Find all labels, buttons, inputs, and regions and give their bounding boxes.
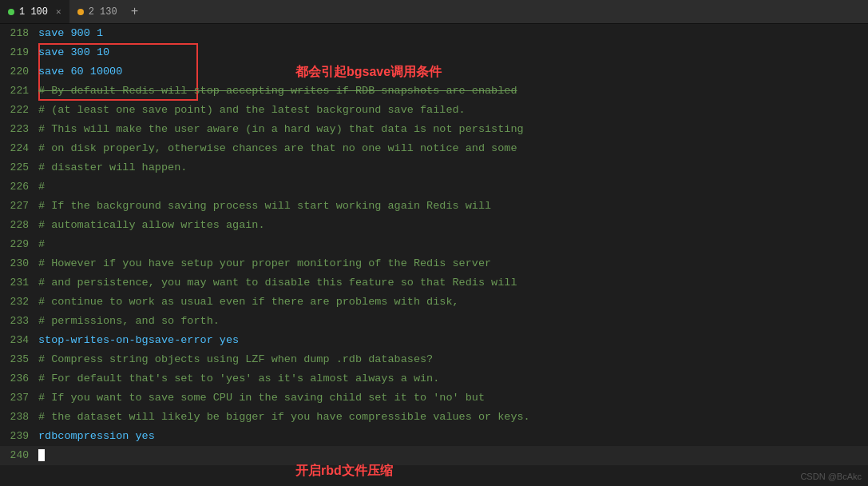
cursor <box>38 449 45 461</box>
line-number-237: 237 <box>0 388 38 408</box>
tab-1-dot <box>8 9 14 15</box>
annotation-bottom: 开启rbd文件压缩 <box>295 463 393 480</box>
tab-2-label: 2 130 <box>89 6 117 18</box>
line-number-222: 222 <box>0 101 38 120</box>
code-line-231: 231# and persistence, you may want to di… <box>0 273 868 293</box>
tab-add-icon: + <box>131 5 139 19</box>
code-line-230: 230# However if you have setup your prop… <box>0 254 868 273</box>
code-line-232: 232# continue to work as usual even if t… <box>0 293 868 312</box>
line-number-223: 223 <box>0 120 38 139</box>
tab-2-dot <box>77 9 84 15</box>
line-content-221: # By default Redis will stop accepting w… <box>38 82 868 101</box>
line-number-228: 228 <box>0 216 38 235</box>
tab-bar: 1 100 ✕ 2 130 + <box>0 0 868 24</box>
line-content-232: # continue to work as usual even if ther… <box>38 293 868 312</box>
line-number-226: 226 <box>0 177 38 197</box>
line-content-225: # disaster will happen. <box>38 158 868 177</box>
tab-1-label: 1 100 <box>19 6 48 18</box>
code-line-221: 221# By default Redis will stop acceptin… <box>0 82 868 101</box>
line-content-237: # If you want to save some CPU in the sa… <box>38 388 868 408</box>
code-area: 都会引起bgsave调用条件 218save 900 1219save 300 … <box>0 24 868 486</box>
line-content-238: # the dataset will likely be bigger if y… <box>38 408 868 427</box>
line-number-221: 221 <box>0 82 38 101</box>
line-content-223: # This will make the user aware (in a ha… <box>38 120 868 139</box>
line-content-227: # If the background saving process will … <box>38 197 868 216</box>
line-content-230: # However if you have setup your proper … <box>38 254 868 273</box>
code-line-227: 227# If the background saving process wi… <box>0 197 868 216</box>
code-line-236: 236# For default that's set to 'yes' as … <box>0 369 868 388</box>
line-number-220: 220 <box>0 62 38 82</box>
code-line-235: 235# Compress string objects using LZF w… <box>0 350 868 369</box>
lines-container: 218save 900 1219save 300 10220save 60 10… <box>0 24 868 465</box>
line-content-226: # <box>38 177 868 197</box>
code-line-237: 237# If you want to save some CPU in the… <box>0 388 868 408</box>
code-line-240: 240 <box>0 446 868 465</box>
line-number-232: 232 <box>0 293 38 312</box>
code-line-226: 226# <box>0 177 868 197</box>
line-content-222: # (at least one save point) and the late… <box>38 101 868 120</box>
watermark: CSDN @BcAkc <box>800 472 862 481</box>
line-number-230: 230 <box>0 254 38 273</box>
code-line-239: 239rdbcompression yes <box>0 427 868 446</box>
line-content-240 <box>38 446 868 465</box>
line-number-225: 225 <box>0 158 38 177</box>
line-number-239: 239 <box>0 427 38 446</box>
code-line-219: 219save 300 10 <box>0 43 868 62</box>
line-content-218: save 900 1 <box>38 24 868 43</box>
line-content-231: # and persistence, you may want to disab… <box>38 273 868 293</box>
line-content-228: # automatically allow writes again. <box>38 216 868 235</box>
code-line-234: 234stop-writes-on-bgsave-error yes <box>0 331 868 350</box>
tab-2[interactable]: 2 130 <box>69 0 125 23</box>
code-line-223: 223# This will make the user aware (in a… <box>0 120 868 139</box>
code-line-218: 218save 900 1 <box>0 24 868 43</box>
line-number-238: 238 <box>0 408 38 427</box>
line-content-239: rdbcompression yes <box>38 427 868 446</box>
tab-add-button[interactable]: + <box>125 0 145 23</box>
line-number-236: 236 <box>0 369 38 388</box>
tab-1[interactable]: 1 100 ✕ <box>0 0 69 23</box>
code-line-229: 229# <box>0 235 868 254</box>
code-line-228: 228# automatically allow writes again. <box>0 216 868 235</box>
code-line-225: 225# disaster will happen. <box>0 158 868 177</box>
line-content-220: save 60 10000 <box>38 62 868 82</box>
code-line-238: 238# the dataset will likely be bigger i… <box>0 408 868 427</box>
line-number-227: 227 <box>0 197 38 216</box>
line-number-218: 218 <box>0 24 38 43</box>
tab-1-close[interactable]: ✕ <box>56 6 61 17</box>
code-line-224: 224# on disk properly, otherwise chances… <box>0 139 868 158</box>
code-line-222: 222# (at least one save point) and the l… <box>0 101 868 120</box>
line-content-234: stop-writes-on-bgsave-error yes <box>38 331 868 350</box>
line-content-235: # Compress string objects using LZF when… <box>38 350 868 369</box>
line-number-224: 224 <box>0 139 38 158</box>
line-content-224: # on disk properly, otherwise chances ar… <box>38 139 868 158</box>
line-content-233: # permissions, and so forth. <box>38 312 868 331</box>
line-number-235: 235 <box>0 350 38 369</box>
code-line-220: 220save 60 10000 <box>0 62 868 82</box>
line-number-219: 219 <box>0 43 38 62</box>
line-content-219: save 300 10 <box>38 43 868 62</box>
line-number-231: 231 <box>0 273 38 293</box>
line-number-229: 229 <box>0 235 38 254</box>
line-number-233: 233 <box>0 312 38 331</box>
line-number-234: 234 <box>0 331 38 350</box>
line-number-240: 240 <box>0 446 38 465</box>
line-content-236: # For default that's set to 'yes' as it'… <box>38 369 868 388</box>
line-content-229: # <box>38 235 868 254</box>
code-line-233: 233# permissions, and so forth. <box>0 312 868 331</box>
